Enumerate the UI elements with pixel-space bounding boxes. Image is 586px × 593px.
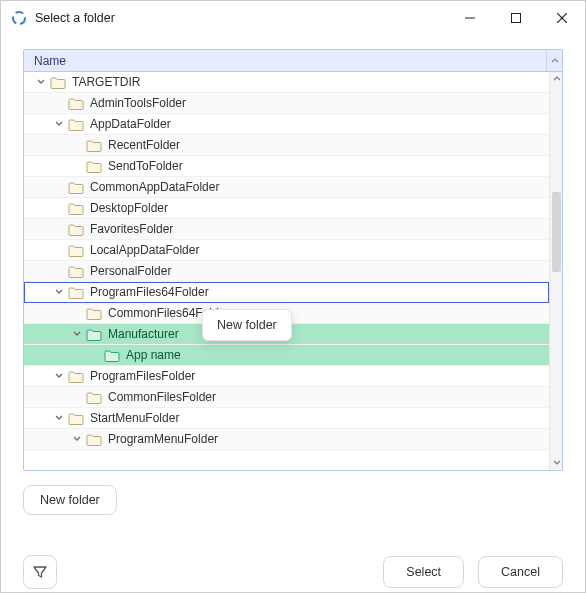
sort-chevron-icon[interactable] bbox=[546, 50, 562, 71]
folder-icon bbox=[68, 369, 84, 383]
titlebar: Select a folder bbox=[1, 1, 585, 35]
tree-row-label: AdminToolsFolder bbox=[90, 96, 186, 110]
folder-icon bbox=[68, 411, 84, 425]
funnel-icon bbox=[32, 564, 48, 580]
scroll-thumb[interactable] bbox=[552, 192, 561, 272]
chevron-down-icon[interactable] bbox=[34, 75, 48, 89]
folder-icon bbox=[104, 348, 120, 362]
tree-row-label: CommonFilesFolder bbox=[108, 390, 216, 404]
tree-row-label: RecentFolder bbox=[108, 138, 180, 152]
tree-row[interactable]: ProgramMenuFolder bbox=[24, 429, 549, 450]
dialog-footer: Select Cancel bbox=[1, 555, 585, 589]
tree-row-label: DesktopFolder bbox=[90, 201, 168, 215]
folder-icon bbox=[86, 159, 102, 173]
folder-icon bbox=[86, 432, 102, 446]
tree-row-label: Manufacturer bbox=[108, 327, 179, 341]
tree-row-label: CommonAppDataFolder bbox=[90, 180, 219, 194]
tree-row[interactable]: FavoritesFolder bbox=[24, 219, 549, 240]
tree-row-label: ProgramMenuFolder bbox=[108, 432, 218, 446]
folder-icon bbox=[50, 75, 66, 89]
tree-row-label: SendToFolder bbox=[108, 159, 183, 173]
scroll-down-arrow-icon[interactable] bbox=[550, 456, 562, 470]
tree-row[interactable]: App name bbox=[24, 345, 549, 366]
maximize-button[interactable] bbox=[493, 1, 539, 35]
tree-row-label: ProgramFiles64Folder bbox=[90, 285, 209, 299]
tree-row[interactable]: AppDataFolder bbox=[24, 114, 549, 135]
folder-icon bbox=[68, 96, 84, 110]
tree-row-label: AppDataFolder bbox=[90, 117, 171, 131]
tree-row-label: LocalAppDataFolder bbox=[90, 243, 199, 257]
folder-icon bbox=[68, 285, 84, 299]
cancel-button[interactable]: Cancel bbox=[478, 556, 563, 588]
minimize-button[interactable] bbox=[447, 1, 493, 35]
tree-header[interactable]: Name bbox=[24, 50, 562, 72]
folder-icon bbox=[86, 390, 102, 404]
tree-row[interactable]: StartMenuFolder bbox=[24, 408, 549, 429]
tree-row[interactable]: ProgramFilesFolder bbox=[24, 366, 549, 387]
folder-icon bbox=[86, 327, 102, 341]
folder-icon bbox=[68, 180, 84, 194]
select-button[interactable]: Select bbox=[383, 556, 464, 588]
tooltip-text: New folder bbox=[217, 318, 277, 332]
tree-row[interactable]: CommonFilesFolder bbox=[24, 387, 549, 408]
chevron-down-icon[interactable] bbox=[70, 327, 84, 341]
folder-icon bbox=[68, 117, 84, 131]
tree-row[interactable]: PersonalFolder bbox=[24, 261, 549, 282]
filter-button[interactable] bbox=[23, 555, 57, 589]
folder-icon bbox=[86, 306, 102, 320]
chevron-down-icon[interactable] bbox=[52, 411, 66, 425]
scrollbar-vertical[interactable] bbox=[549, 72, 562, 470]
svg-rect-2 bbox=[512, 14, 521, 23]
tree-row-label: FavoritesFolder bbox=[90, 222, 173, 236]
tree-row-label: StartMenuFolder bbox=[90, 411, 179, 425]
folder-icon bbox=[68, 222, 84, 236]
close-button[interactable] bbox=[539, 1, 585, 35]
cancel-label: Cancel bbox=[501, 565, 540, 579]
folder-icon bbox=[68, 264, 84, 278]
svg-point-0 bbox=[13, 12, 25, 24]
tree-row[interactable]: ProgramFiles64Folder bbox=[24, 282, 549, 303]
tree-row-label: PersonalFolder bbox=[90, 264, 171, 278]
chevron-down-icon[interactable] bbox=[52, 117, 66, 131]
folder-tree: Name TARGETDIR AdminToolsFolder AppDataF… bbox=[23, 49, 563, 471]
app-icon bbox=[11, 10, 27, 26]
folder-icon bbox=[68, 201, 84, 215]
tree-row-label: TARGETDIR bbox=[72, 75, 140, 89]
tree-row[interactable]: CommonAppDataFolder bbox=[24, 177, 549, 198]
new-folder-button[interactable]: New folder bbox=[23, 485, 117, 515]
chevron-down-icon[interactable] bbox=[70, 432, 84, 446]
tree-row[interactable]: TARGETDIR bbox=[24, 72, 549, 93]
tooltip-new-folder: New folder bbox=[202, 309, 292, 341]
chevron-down-icon[interactable] bbox=[52, 369, 66, 383]
chevron-down-icon[interactable] bbox=[52, 285, 66, 299]
column-name[interactable]: Name bbox=[24, 54, 546, 68]
tree-body: TARGETDIR AdminToolsFolder AppDataFolder… bbox=[24, 72, 562, 470]
tree-row[interactable]: AdminToolsFolder bbox=[24, 93, 549, 114]
folder-icon bbox=[68, 243, 84, 257]
tree-row[interactable]: LocalAppDataFolder bbox=[24, 240, 549, 261]
tree-row[interactable]: RecentFolder bbox=[24, 135, 549, 156]
folder-icon bbox=[86, 138, 102, 152]
scroll-up-arrow-icon[interactable] bbox=[550, 72, 562, 86]
dialog-content: Name TARGETDIR AdminToolsFolder AppDataF… bbox=[1, 35, 585, 533]
tree-row[interactable]: SendToFolder bbox=[24, 156, 549, 177]
new-folder-label: New folder bbox=[40, 493, 100, 507]
window-title: Select a folder bbox=[35, 11, 115, 25]
select-label: Select bbox=[406, 565, 441, 579]
tree-row-label: App name bbox=[126, 348, 181, 362]
tree-row-label: ProgramFilesFolder bbox=[90, 369, 195, 383]
tree-row[interactable]: DesktopFolder bbox=[24, 198, 549, 219]
window-controls bbox=[447, 1, 585, 35]
